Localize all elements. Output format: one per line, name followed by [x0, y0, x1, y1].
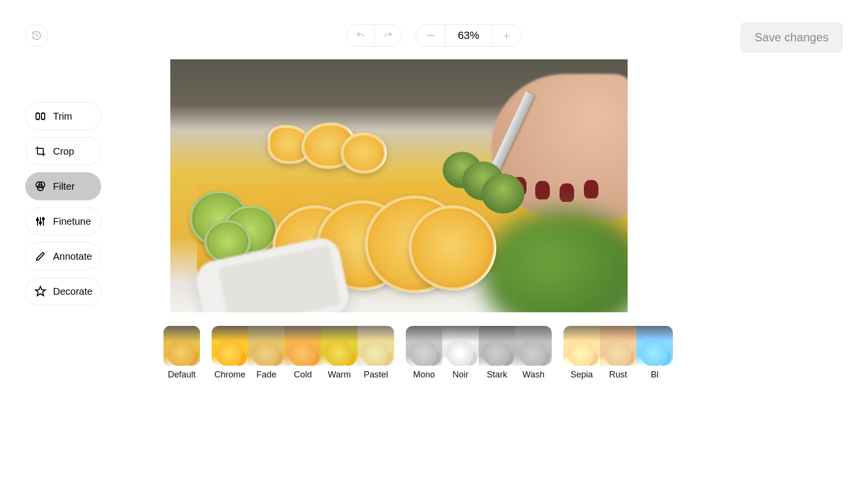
top-controls: − 63% +: [346, 24, 522, 47]
canvas-image: [170, 59, 628, 312]
filter-thumbnail: [358, 326, 394, 366]
tool-label: Annotate: [53, 251, 92, 262]
filter-bl[interactable]: Bl: [636, 326, 673, 380]
tool-crop[interactable]: Crop: [25, 137, 101, 165]
filter-label: Rust: [609, 370, 627, 380]
filter-pastel[interactable]: Pastel: [358, 326, 394, 380]
tool-trim[interactable]: Trim: [25, 102, 101, 130]
filter-stark[interactable]: Stark: [479, 326, 515, 380]
filter-rust[interactable]: Rust: [600, 326, 636, 380]
filter-cold[interactable]: Cold: [285, 326, 321, 380]
filter-label: Default: [168, 370, 196, 380]
undo-redo-group: [346, 24, 402, 47]
filter-thumbnail: [515, 326, 552, 366]
svg-marker-19: [36, 286, 45, 296]
zoom-group: − 63% +: [416, 24, 522, 47]
filter-label: Mono: [413, 370, 435, 380]
tool-label: Finetune: [53, 216, 91, 227]
filter-label: Warm: [328, 370, 351, 380]
filter-thumbnail: [600, 326, 636, 366]
svg-point-17: [39, 222, 41, 224]
filter-label: Stark: [487, 370, 507, 380]
filter-thumbnail: [479, 326, 515, 366]
svg-point-16: [36, 219, 38, 221]
undo-button[interactable]: [347, 25, 374, 46]
tool-annotate[interactable]: Annotate: [25, 242, 101, 270]
filter-chrome[interactable]: Chrome: [212, 326, 248, 380]
decorate-icon: [35, 286, 46, 297]
filter-warm[interactable]: Warm: [321, 326, 358, 380]
filter-label: Cold: [294, 370, 312, 380]
filter-thumbnail: [321, 326, 358, 366]
filter-label: Wash: [523, 370, 544, 380]
filter-noir[interactable]: Noir: [442, 326, 479, 380]
tool-sidebar: Trim Crop Filter Finetune Annotate Decor…: [25, 102, 101, 305]
filter-label: Noir: [452, 370, 469, 380]
tool-finetune[interactable]: Finetune: [25, 207, 101, 235]
redo-icon: [383, 31, 393, 40]
filter-thumbnail: [406, 326, 442, 366]
filter-thumbnail: [248, 326, 285, 366]
filter-wash[interactable]: Wash: [515, 326, 552, 380]
tool-label: Crop: [53, 146, 74, 157]
history-button[interactable]: [25, 24, 48, 47]
filter-group: Default: [163, 326, 200, 380]
editor-canvas[interactable]: [170, 59, 628, 312]
filter-sepia[interactable]: Sepia: [563, 326, 600, 380]
filter-label: Sepia: [570, 370, 593, 380]
tool-decorate[interactable]: Decorate: [25, 277, 101, 305]
filter-default[interactable]: Default: [163, 326, 200, 380]
filter-label: Chrome: [214, 370, 245, 380]
filter-label: Pastel: [363, 370, 388, 380]
filter-strip: DefaultChromeFadeColdWarmPastelMonoNoirS…: [163, 326, 868, 380]
filter-group: MonoNoirStarkWash: [406, 326, 552, 380]
filter-thumbnail: [442, 326, 479, 366]
annotate-icon: [35, 250, 46, 262]
zoom-in-button[interactable]: +: [492, 25, 521, 46]
finetune-icon: [35, 215, 46, 227]
crop-icon: [35, 145, 46, 157]
tool-label: Trim: [53, 111, 72, 122]
filter-fade[interactable]: Fade: [248, 326, 285, 380]
filter-label: Bl: [651, 370, 658, 380]
filter-thumbnail: [636, 326, 673, 366]
zoom-out-button[interactable]: −: [416, 25, 445, 46]
filter-thumbnail: [285, 326, 321, 366]
filter-thumbnail: [212, 326, 248, 366]
filter-icon: [35, 180, 46, 192]
redo-button[interactable]: [374, 25, 401, 46]
svg-point-18: [42, 218, 44, 220]
save-changes-button[interactable]: Save changes: [741, 22, 843, 53]
filter-group: ChromeFadeColdWarmPastel: [212, 326, 394, 380]
filter-group: SepiaRustBl: [563, 326, 673, 380]
svg-rect-1: [41, 113, 45, 119]
trim-icon: [35, 110, 46, 122]
filter-mono[interactable]: Mono: [406, 326, 442, 380]
filter-label: Fade: [256, 370, 276, 380]
tool-label: Decorate: [53, 286, 92, 297]
filter-thumbnail: [163, 326, 200, 366]
history-icon: [31, 30, 42, 41]
undo-icon: [356, 31, 365, 40]
zoom-level: 63%: [445, 25, 492, 46]
tool-filter[interactable]: Filter: [25, 172, 101, 200]
filter-thumbnail: [563, 326, 600, 366]
tool-label: Filter: [53, 181, 74, 192]
svg-rect-0: [36, 113, 39, 119]
